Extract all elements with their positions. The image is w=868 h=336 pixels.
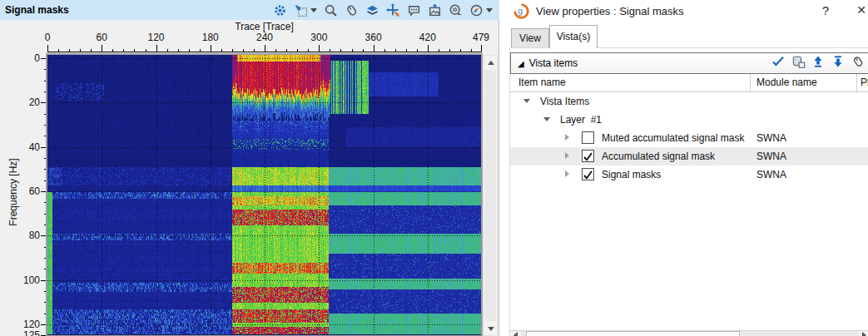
tree-item-label[interactable]: Layer #1	[560, 114, 602, 126]
x-major-tick	[481, 45, 482, 52]
tree-row[interactable]: Layer #1	[510, 111, 868, 129]
image-export-icon	[428, 3, 442, 17]
comment-bubble-button[interactable]	[407, 2, 421, 18]
y-tick-label: 60	[12, 185, 40, 197]
view-title: Signal masks	[0, 4, 69, 16]
mouse-mode-icon	[345, 3, 359, 17]
tree-row[interactable]: Muted accumulated signal maskSWNA	[510, 129, 868, 147]
copy-database-button[interactable]	[791, 56, 806, 71]
item-checkbox[interactable]	[582, 168, 594, 180]
chevron-down-icon[interactable]	[486, 8, 493, 12]
column-separator[interactable]	[856, 74, 857, 92]
y-tick-label: 80	[12, 230, 40, 241]
select-region-icon	[294, 3, 308, 17]
section-toolbar	[771, 56, 866, 71]
measure-tape-icon	[449, 3, 463, 17]
tree-item-label[interactable]: Muted accumulated signal mask	[602, 132, 744, 144]
column-module-name[interactable]: Module name	[756, 77, 817, 88]
expander-expanded-icon[interactable]	[523, 99, 530, 103]
y-tick-label: 40	[12, 141, 40, 153]
spectrogram-canvas[interactable]	[47, 55, 481, 334]
scrollbar-thumb[interactable]	[526, 331, 740, 336]
zoom-magnifier-icon	[324, 3, 338, 17]
select-region-button[interactable]	[294, 2, 317, 18]
module-name-value: SWNA	[756, 132, 786, 144]
arrow-down-icon	[488, 327, 494, 331]
plot-vertical-scrollbar[interactable]	[484, 55, 498, 336]
scroll-down-button[interactable]	[484, 322, 497, 335]
zoom-magnifier-button[interactable]	[324, 2, 338, 18]
x-tick-label: 479	[464, 32, 498, 43]
y-tick-label: 0	[12, 52, 40, 64]
mouse-mode-button[interactable]	[345, 2, 359, 18]
copy-database-icon	[791, 55, 806, 72]
arrow-right-icon	[862, 332, 866, 336]
scroll-right-button[interactable]	[859, 331, 868, 336]
scroll-left-button[interactable]	[510, 331, 521, 336]
tab-vistas[interactable]: Vista(s)	[549, 25, 598, 48]
measure-tape-button[interactable]	[449, 2, 463, 18]
x-axis-line	[47, 52, 481, 52]
x-tick-label: 180	[194, 32, 227, 43]
tab-view[interactable]: View	[511, 28, 549, 48]
view-toolbar	[273, 2, 493, 18]
compass-button[interactable]	[469, 2, 493, 18]
x-axis-title: Trace [Trace]	[47, 21, 481, 32]
module-name-value: SWNA	[756, 151, 786, 162]
layers-button[interactable]	[365, 2, 379, 18]
y-tick-label: 100	[12, 274, 40, 286]
layers-icon	[365, 3, 379, 17]
vista-items-section-header[interactable]: ◢ Vista items	[510, 52, 868, 74]
section-title: Vista items	[529, 57, 771, 69]
tree-row[interactable]: Vista Items	[510, 92, 868, 111]
expander-collapsed-icon[interactable]	[565, 152, 569, 159]
x-tick-label: 0	[31, 32, 64, 43]
scroll-up-button[interactable]	[484, 56, 497, 69]
expander-collapsed-icon[interactable]	[565, 170, 569, 177]
move-crosshair-icon	[386, 3, 400, 17]
tree-row[interactable]: Signal masksSWNA	[510, 166, 868, 184]
column-separator[interactable]	[750, 74, 751, 92]
column-item-name[interactable]: Item name	[518, 77, 566, 88]
tree-column-header[interactable]: Item name Module name Pla	[510, 74, 868, 92]
mouse-assign-icon	[851, 55, 865, 72]
apply-check-button[interactable]	[771, 56, 786, 71]
close-button[interactable]: ✕	[855, 3, 868, 17]
x-tick-label: 60	[85, 32, 118, 43]
arrow-left-icon	[513, 332, 518, 336]
settings-gear-button[interactable]	[273, 2, 287, 18]
image-export-button[interactable]	[428, 2, 442, 18]
vistas-tab-pane: ◢ Vista items Item name Module name Pla …	[509, 47, 868, 336]
move-bottom-button[interactable]	[831, 56, 846, 71]
item-checkbox[interactable]	[582, 150, 594, 162]
compass-icon	[469, 3, 484, 17]
vista-items-tree: Vista ItemsLayer #1Muted accumulated sig…	[510, 92, 868, 327]
application-window: Signal masks Trace [Trace] 0601201802403…	[0, 0, 868, 336]
tree-row[interactable]: Accumulated signal maskSWNA	[510, 147, 868, 166]
y-tick-label: 125	[12, 329, 40, 336]
move-bottom-icon	[831, 55, 845, 72]
x-tick-label: 240	[248, 32, 281, 43]
x-tick-label: 300	[302, 32, 335, 43]
help-button[interactable]: ?	[819, 3, 832, 17]
move-top-button[interactable]	[811, 56, 826, 71]
tree-item-label[interactable]: Accumulated signal mask	[602, 151, 715, 162]
chevron-down-icon[interactable]	[310, 8, 317, 12]
move-crosshair-button[interactable]	[386, 2, 400, 18]
tree-horizontal-scrollbar[interactable]	[510, 330, 868, 336]
collapse-triangle-icon[interactable]: ◢	[518, 59, 524, 68]
tree-item-label[interactable]: Signal masks	[602, 169, 661, 180]
x-tick-label: 120	[140, 32, 173, 43]
column-pla[interactable]: Pla	[861, 77, 868, 88]
expander-collapsed-icon[interactable]	[565, 134, 569, 141]
mouse-assign-button[interactable]	[851, 56, 866, 71]
module-name-value: SWNA	[756, 169, 786, 180]
scrollbar-thumb[interactable]	[485, 70, 496, 321]
item-checkbox[interactable]	[582, 131, 594, 144]
vista-logo-icon: g	[513, 3, 529, 22]
apply-check-icon	[771, 55, 785, 72]
tree-item-label[interactable]: Vista Items	[540, 96, 589, 107]
expander-expanded-icon[interactable]	[543, 117, 550, 121]
comment-bubble-icon	[407, 3, 421, 17]
view-titlebar: Signal masks	[0, 0, 499, 20]
